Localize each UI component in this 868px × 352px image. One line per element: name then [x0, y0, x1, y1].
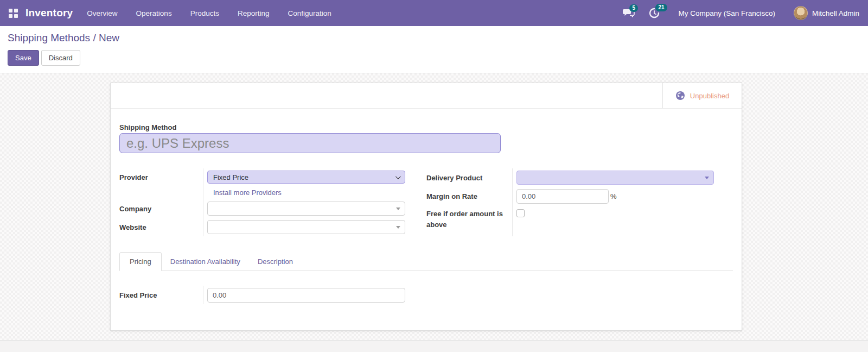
form-statusbar: Unpublished: [111, 83, 742, 109]
tab-destination-availability[interactable]: Destination Availability: [162, 253, 249, 271]
fixed-price-row: Fixed Price: [119, 286, 733, 304]
tab-description[interactable]: Description: [249, 253, 302, 271]
sheet-background: Unpublished Shipping Method Provider: [0, 73, 868, 340]
fixed-price-label: Fixed Price: [119, 291, 157, 299]
website-label: Website: [119, 223, 146, 231]
apps-grid-icon[interactable]: [9, 9, 18, 18]
delivery-product-input[interactable]: [521, 174, 701, 182]
provider-select[interactable]: Fixed Price: [207, 171, 405, 184]
navbar-right: 5 21 My Company (San Francisco) Mitchell…: [623, 6, 859, 20]
bottom-strip: [0, 340, 868, 352]
free-if-order-checkbox[interactable]: [516, 209, 525, 217]
company-label: Company: [119, 205, 151, 213]
caret-down-icon: [396, 226, 400, 229]
activities-badge: 21: [655, 4, 667, 11]
avatar: [794, 6, 808, 20]
menu-overview[interactable]: Overview: [87, 9, 117, 17]
margin-on-rate-input[interactable]: [516, 189, 609, 204]
provider-label: Provider: [119, 173, 148, 181]
caret-down-icon: [705, 177, 709, 179]
caret-down-icon: [396, 208, 400, 210]
install-more-providers-link[interactable]: Install more Providers: [207, 188, 282, 197]
top-navbar: Inventory Overview Operations Products R…: [0, 0, 868, 26]
menu-operations[interactable]: Operations: [136, 9, 172, 17]
delivery-product-field[interactable]: [516, 171, 714, 185]
content-area: Unpublished Shipping Method Provider: [0, 73, 868, 352]
free-if-order-label: Free if order amount is above: [426, 209, 508, 230]
messages-icon[interactable]: 5: [623, 8, 635, 18]
tab-pricing[interactable]: Pricing: [119, 252, 162, 271]
menu-configuration[interactable]: Configuration: [288, 9, 331, 17]
menu-products[interactable]: Products: [190, 9, 219, 17]
left-group: Provider Company Website Fixed Price: [119, 168, 405, 236]
menu-reporting[interactable]: Reporting: [238, 9, 270, 17]
right-group: Delivery Product Margin on Rate Free if …: [426, 168, 714, 236]
user-name: Mitchell Admin: [812, 9, 859, 17]
percent-suffix: %: [610, 192, 617, 200]
chevron-down-icon: [395, 174, 401, 179]
fixed-price-input[interactable]: [207, 288, 405, 303]
user-menu[interactable]: Mitchell Admin: [794, 6, 859, 20]
publish-status-label: Unpublished: [690, 92, 729, 100]
form-body: Shipping Method Provider Company Website: [111, 123, 742, 304]
notebook-tabs: Pricing Destination Availability Descrip…: [119, 252, 733, 271]
publish-toggle-button[interactable]: Unpublished: [662, 83, 742, 108]
breadcrumb[interactable]: Shipping Methods / New: [8, 32, 860, 44]
app-name[interactable]: Inventory: [25, 7, 73, 19]
form-sheet: Unpublished Shipping Method Provider: [110, 83, 742, 331]
globe-icon: [675, 91, 685, 100]
field-groups: Provider Company Website Fixed Price: [119, 168, 733, 236]
margin-on-rate-label: Margin on Rate: [426, 192, 477, 200]
control-panel: Shipping Methods / New Save Discard: [0, 26, 868, 73]
action-buttons: Save Discard: [8, 50, 860, 66]
website-field[interactable]: [207, 220, 405, 234]
shipping-method-input[interactable]: [119, 133, 501, 153]
save-button[interactable]: Save: [8, 50, 39, 66]
website-input[interactable]: [212, 223, 393, 231]
main-menu: Overview Operations Products Reporting C…: [87, 9, 331, 17]
discard-button[interactable]: Discard: [41, 50, 80, 66]
provider-selected-value: Fixed Price: [213, 173, 248, 181]
company-input[interactable]: [212, 205, 393, 213]
company-switcher[interactable]: My Company (San Francisco): [678, 9, 775, 17]
activities-icon[interactable]: 21: [649, 8, 660, 18]
shipping-method-block: Shipping Method: [119, 123, 733, 153]
messages-badge: 5: [629, 4, 638, 12]
delivery-product-label: Delivery Product: [426, 174, 482, 182]
company-field[interactable]: [207, 202, 405, 216]
shipping-method-label: Shipping Method: [119, 123, 733, 131]
